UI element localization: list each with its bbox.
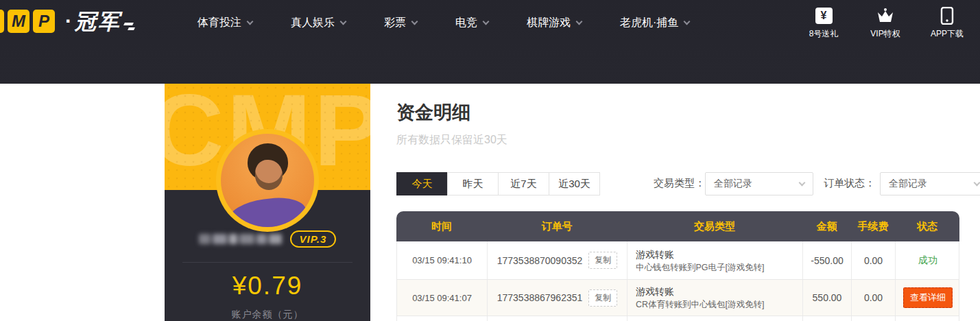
nav-item-label: 彩票: [384, 16, 406, 30]
phone-icon: [940, 6, 954, 25]
main-content: 资金明细 所有数据只保留近30天 今天 昨天 近7天 近30天 交易类型： 全部…: [370, 84, 980, 321]
cell-order-no: 1773538870090352 复制: [488, 241, 628, 279]
tab-yesterday[interactable]: 昨天: [447, 172, 499, 195]
logo-brand-name: 冠军: [75, 11, 121, 32]
username-row: VIP.3: [165, 230, 370, 248]
col-header-fee: 手续费: [851, 220, 895, 233]
cell-order-no: 1773538867962351 复制: [488, 280, 628, 316]
status-success-text: 成功: [918, 254, 937, 267]
gift-yuan-icon: ¥: [815, 6, 833, 25]
profile-sidebar: CMP VIP.3 ¥0.79 账户余额（元）: [165, 84, 370, 321]
cell-status: [896, 316, 960, 321]
logo-letter-box: M: [8, 10, 29, 33]
filter-controls: 今天 昨天 近7天 近30天 交易类型： 全部记录 订单状态： 全部记录: [396, 172, 980, 195]
nav-item-label: 电竞: [455, 16, 477, 30]
cell-amount: -550.00: [803, 241, 852, 279]
quick-link-gift[interactable]: ¥ 8号送礼: [804, 6, 843, 40]
table-header: 时间 订单号 交易类型 金额 手续费 状态: [396, 211, 959, 241]
nav-item-label: 老虎机·捕鱼: [620, 16, 678, 30]
nav-item-board-games[interactable]: 棋牌游戏: [527, 16, 582, 30]
nav-item-label: 真人娱乐: [291, 16, 335, 30]
quick-links: ¥ 8号送礼 VIP特权: [804, 6, 966, 40]
account-balance: ¥0.79: [165, 272, 370, 300]
avatar: [216, 129, 319, 232]
sidebar-divider: [182, 262, 352, 263]
cell-time: [397, 316, 488, 321]
cell-status: 成功: [896, 241, 960, 279]
order-status-select[interactable]: 全部记录: [880, 172, 980, 195]
chevron-down-icon: [483, 18, 490, 25]
order-status-label: 订单状态：: [824, 177, 875, 190]
cell-fee: 0.00: [852, 280, 896, 316]
copy-button[interactable]: 复制: [588, 289, 617, 307]
cell-fee: [852, 316, 896, 321]
type-description: CR体育转账到中心钱包[游戏免转]: [636, 298, 765, 311]
col-header-status: 状态: [895, 220, 959, 233]
main-menu: 体育投注 真人娱乐 彩票 电竞 棋牌游戏: [198, 0, 689, 45]
transaction-type-label: 交易类型：: [654, 177, 705, 190]
nav-item-sports[interactable]: 体育投注: [198, 16, 252, 30]
nav-item-esports[interactable]: 电竞: [455, 16, 488, 30]
table-body: 03/15 09:41:10 1773538870090352 复制 游戏转账 …: [396, 241, 959, 321]
quick-link-app[interactable]: APP下载: [928, 6, 966, 40]
date-range-tabs: 今天 昨天 近7天 近30天: [396, 172, 600, 195]
quick-link-label: 8号送礼: [809, 28, 839, 40]
avatar-image: [221, 134, 314, 227]
nav-item-label: 棋牌游戏: [527, 16, 571, 30]
page-subtitle: 所有数据只保留近30天: [396, 133, 507, 147]
logo-letter-box: C: [0, 10, 4, 33]
quick-link-label: VIP特权: [870, 28, 900, 40]
table-row: [397, 316, 959, 321]
nav-item-slots-fishing[interactable]: 老虎机·捕鱼: [620, 16, 689, 30]
quick-link-vip[interactable]: VIP特权: [866, 6, 905, 40]
tab-last-7-days[interactable]: 近7天: [498, 172, 549, 195]
table-row: 03/15 09:41:07 1773538867962351 复制 游戏转账 …: [397, 280, 959, 316]
type-description: 中心钱包转账到PG电子[游戏免转]: [636, 261, 765, 274]
chevron-down-icon: [799, 180, 806, 187]
avatar-jersey: [226, 194, 309, 227]
avatar-face: [255, 160, 282, 190]
cell-time: 03/15 09:41:10: [397, 241, 488, 279]
cell-status: 查看详细: [896, 280, 960, 316]
type-title: 游戏转账: [636, 248, 674, 261]
crown-icon: [876, 6, 895, 25]
tab-today[interactable]: 今天: [396, 172, 448, 195]
username-masked: [199, 234, 282, 244]
copy-button[interactable]: 复制: [588, 252, 617, 269]
select-value: 全部记录: [714, 178, 752, 190]
cell-order-no: [488, 316, 628, 321]
cell-time: 03/15 09:41:07: [397, 280, 488, 316]
select-value: 全部记录: [889, 178, 927, 190]
table-row: 03/15 09:41:10 1773538870090352 复制 游戏转账 …: [397, 241, 959, 280]
transactions-table: 时间 订单号 交易类型 金额 手续费 状态 03/15 09:41:10 177…: [396, 211, 959, 321]
chevron-down-icon: [340, 18, 347, 25]
chevron-down-icon: [411, 18, 418, 25]
logo-dash-icon: [124, 23, 134, 30]
cell-type: [628, 316, 803, 321]
chevron-down-icon: [576, 18, 583, 25]
navbar: C M P · 冠军 体育投注 真人娱乐 彩票: [0, 0, 980, 45]
type-title: 游戏转账: [636, 285, 674, 298]
col-header-time: 时间: [396, 220, 487, 233]
nav-item-lottery[interactable]: 彩票: [384, 16, 417, 30]
quick-link-label: APP下载: [931, 28, 964, 40]
chevron-down-icon: [684, 18, 691, 25]
cell-amount: [803, 316, 852, 321]
chevron-down-icon: [974, 180, 980, 187]
page: C M P · 冠军 体育投注 真人娱乐 彩票: [0, 0, 980, 321]
top-nav: C M P · 冠军 体育投注 真人娱乐 彩票: [0, 0, 980, 84]
logo-letter-box: P: [33, 10, 55, 33]
cell-type: 游戏转账 CR体育转账到中心钱包[游戏免转]: [628, 280, 803, 316]
vip-badge: VIP.3: [290, 230, 337, 248]
page-title: 资金明细: [396, 100, 470, 125]
logo-separator: ·: [65, 11, 72, 32]
cell-type: 游戏转账 中心钱包转账到PG电子[游戏免转]: [628, 241, 803, 279]
chevron-down-icon: [247, 18, 254, 25]
tab-last-30-days[interactable]: 近30天: [549, 172, 600, 195]
col-header-type: 交易类型: [627, 220, 802, 233]
cell-amount: 550.00: [803, 280, 852, 316]
nav-item-live-casino[interactable]: 真人娱乐: [291, 16, 346, 30]
brand-logo[interactable]: C M P · 冠军: [0, 10, 134, 33]
view-detail-button[interactable]: 查看详细: [903, 287, 953, 308]
transaction-type-select[interactable]: 全部记录: [705, 172, 813, 195]
